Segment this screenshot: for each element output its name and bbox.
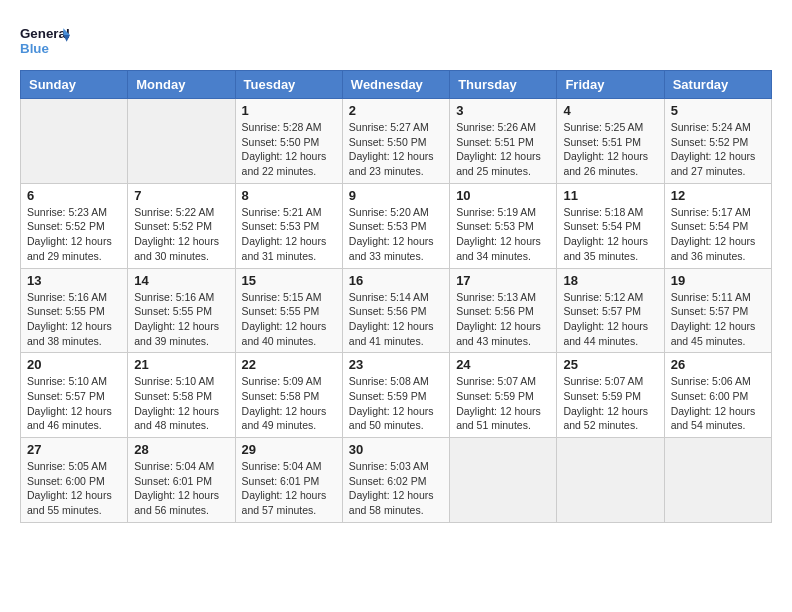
calendar-cell: 14Sunrise: 5:16 AM Sunset: 5:55 PM Dayli…: [128, 268, 235, 353]
weekday-header-friday: Friday: [557, 71, 664, 99]
calendar-cell: 24Sunrise: 5:07 AM Sunset: 5:59 PM Dayli…: [450, 353, 557, 438]
calendar-cell: 13Sunrise: 5:16 AM Sunset: 5:55 PM Dayli…: [21, 268, 128, 353]
day-info: Sunrise: 5:28 AM Sunset: 5:50 PM Dayligh…: [242, 120, 336, 179]
day-number: 20: [27, 357, 121, 372]
svg-text:Blue: Blue: [20, 41, 49, 56]
day-info: Sunrise: 5:15 AM Sunset: 5:55 PM Dayligh…: [242, 290, 336, 349]
day-number: 14: [134, 273, 228, 288]
weekday-header-saturday: Saturday: [664, 71, 771, 99]
day-info: Sunrise: 5:22 AM Sunset: 5:52 PM Dayligh…: [134, 205, 228, 264]
day-number: 4: [563, 103, 657, 118]
page-header: General Blue: [20, 20, 772, 60]
day-info: Sunrise: 5:10 AM Sunset: 5:58 PM Dayligh…: [134, 374, 228, 433]
calendar-cell: 5Sunrise: 5:24 AM Sunset: 5:52 PM Daylig…: [664, 99, 771, 184]
weekday-header-thursday: Thursday: [450, 71, 557, 99]
day-number: 5: [671, 103, 765, 118]
calendar-table: SundayMondayTuesdayWednesdayThursdayFrid…: [20, 70, 772, 523]
calendar-cell: 7Sunrise: 5:22 AM Sunset: 5:52 PM Daylig…: [128, 183, 235, 268]
day-number: 1: [242, 103, 336, 118]
day-number: 6: [27, 188, 121, 203]
calendar-cell: 20Sunrise: 5:10 AM Sunset: 5:57 PM Dayli…: [21, 353, 128, 438]
calendar-cell: 19Sunrise: 5:11 AM Sunset: 5:57 PM Dayli…: [664, 268, 771, 353]
calendar-cell: 9Sunrise: 5:20 AM Sunset: 5:53 PM Daylig…: [342, 183, 449, 268]
calendar-week-5: 27Sunrise: 5:05 AM Sunset: 6:00 PM Dayli…: [21, 438, 772, 523]
calendar-week-4: 20Sunrise: 5:10 AM Sunset: 5:57 PM Dayli…: [21, 353, 772, 438]
day-number: 28: [134, 442, 228, 457]
day-info: Sunrise: 5:08 AM Sunset: 5:59 PM Dayligh…: [349, 374, 443, 433]
logo-icon: General Blue: [20, 20, 70, 60]
calendar-cell: 17Sunrise: 5:13 AM Sunset: 5:56 PM Dayli…: [450, 268, 557, 353]
calendar-cell: [21, 99, 128, 184]
day-info: Sunrise: 5:07 AM Sunset: 5:59 PM Dayligh…: [563, 374, 657, 433]
day-number: 26: [671, 357, 765, 372]
day-number: 7: [134, 188, 228, 203]
day-info: Sunrise: 5:17 AM Sunset: 5:54 PM Dayligh…: [671, 205, 765, 264]
day-info: Sunrise: 5:20 AM Sunset: 5:53 PM Dayligh…: [349, 205, 443, 264]
calendar-cell: 3Sunrise: 5:26 AM Sunset: 5:51 PM Daylig…: [450, 99, 557, 184]
calendar-cell: [128, 99, 235, 184]
day-number: 17: [456, 273, 550, 288]
day-info: Sunrise: 5:16 AM Sunset: 5:55 PM Dayligh…: [27, 290, 121, 349]
day-number: 15: [242, 273, 336, 288]
svg-text:General: General: [20, 26, 70, 41]
calendar-week-1: 1Sunrise: 5:28 AM Sunset: 5:50 PM Daylig…: [21, 99, 772, 184]
day-info: Sunrise: 5:14 AM Sunset: 5:56 PM Dayligh…: [349, 290, 443, 349]
calendar-cell: 6Sunrise: 5:23 AM Sunset: 5:52 PM Daylig…: [21, 183, 128, 268]
day-number: 10: [456, 188, 550, 203]
calendar-cell: 4Sunrise: 5:25 AM Sunset: 5:51 PM Daylig…: [557, 99, 664, 184]
calendar-cell: 25Sunrise: 5:07 AM Sunset: 5:59 PM Dayli…: [557, 353, 664, 438]
calendar-cell: 15Sunrise: 5:15 AM Sunset: 5:55 PM Dayli…: [235, 268, 342, 353]
logo: General Blue: [20, 20, 70, 60]
calendar-cell: 18Sunrise: 5:12 AM Sunset: 5:57 PM Dayli…: [557, 268, 664, 353]
weekday-header-monday: Monday: [128, 71, 235, 99]
day-info: Sunrise: 5:12 AM Sunset: 5:57 PM Dayligh…: [563, 290, 657, 349]
calendar-cell: 29Sunrise: 5:04 AM Sunset: 6:01 PM Dayli…: [235, 438, 342, 523]
calendar-cell: 22Sunrise: 5:09 AM Sunset: 5:58 PM Dayli…: [235, 353, 342, 438]
day-number: 3: [456, 103, 550, 118]
day-info: Sunrise: 5:23 AM Sunset: 5:52 PM Dayligh…: [27, 205, 121, 264]
calendar-cell: 30Sunrise: 5:03 AM Sunset: 6:02 PM Dayli…: [342, 438, 449, 523]
weekday-header-row: SundayMondayTuesdayWednesdayThursdayFrid…: [21, 71, 772, 99]
day-number: 24: [456, 357, 550, 372]
day-number: 21: [134, 357, 228, 372]
calendar-cell: 28Sunrise: 5:04 AM Sunset: 6:01 PM Dayli…: [128, 438, 235, 523]
day-info: Sunrise: 5:19 AM Sunset: 5:53 PM Dayligh…: [456, 205, 550, 264]
calendar-cell: 21Sunrise: 5:10 AM Sunset: 5:58 PM Dayli…: [128, 353, 235, 438]
day-info: Sunrise: 5:26 AM Sunset: 5:51 PM Dayligh…: [456, 120, 550, 179]
day-number: 23: [349, 357, 443, 372]
calendar-cell: 1Sunrise: 5:28 AM Sunset: 5:50 PM Daylig…: [235, 99, 342, 184]
day-info: Sunrise: 5:27 AM Sunset: 5:50 PM Dayligh…: [349, 120, 443, 179]
day-number: 9: [349, 188, 443, 203]
day-number: 2: [349, 103, 443, 118]
weekday-header-wednesday: Wednesday: [342, 71, 449, 99]
weekday-header-sunday: Sunday: [21, 71, 128, 99]
calendar-cell: [450, 438, 557, 523]
day-info: Sunrise: 5:04 AM Sunset: 6:01 PM Dayligh…: [242, 459, 336, 518]
day-number: 12: [671, 188, 765, 203]
calendar-cell: 27Sunrise: 5:05 AM Sunset: 6:00 PM Dayli…: [21, 438, 128, 523]
day-info: Sunrise: 5:18 AM Sunset: 5:54 PM Dayligh…: [563, 205, 657, 264]
calendar-week-3: 13Sunrise: 5:16 AM Sunset: 5:55 PM Dayli…: [21, 268, 772, 353]
calendar-cell: 2Sunrise: 5:27 AM Sunset: 5:50 PM Daylig…: [342, 99, 449, 184]
day-info: Sunrise: 5:16 AM Sunset: 5:55 PM Dayligh…: [134, 290, 228, 349]
day-info: Sunrise: 5:03 AM Sunset: 6:02 PM Dayligh…: [349, 459, 443, 518]
calendar-week-2: 6Sunrise: 5:23 AM Sunset: 5:52 PM Daylig…: [21, 183, 772, 268]
day-number: 22: [242, 357, 336, 372]
day-number: 18: [563, 273, 657, 288]
day-info: Sunrise: 5:09 AM Sunset: 5:58 PM Dayligh…: [242, 374, 336, 433]
calendar-cell: 12Sunrise: 5:17 AM Sunset: 5:54 PM Dayli…: [664, 183, 771, 268]
calendar-cell: [664, 438, 771, 523]
day-number: 27: [27, 442, 121, 457]
calendar-cell: [557, 438, 664, 523]
day-info: Sunrise: 5:21 AM Sunset: 5:53 PM Dayligh…: [242, 205, 336, 264]
day-info: Sunrise: 5:06 AM Sunset: 6:00 PM Dayligh…: [671, 374, 765, 433]
day-number: 13: [27, 273, 121, 288]
day-number: 29: [242, 442, 336, 457]
day-number: 30: [349, 442, 443, 457]
calendar-cell: 8Sunrise: 5:21 AM Sunset: 5:53 PM Daylig…: [235, 183, 342, 268]
day-info: Sunrise: 5:04 AM Sunset: 6:01 PM Dayligh…: [134, 459, 228, 518]
day-info: Sunrise: 5:24 AM Sunset: 5:52 PM Dayligh…: [671, 120, 765, 179]
calendar-cell: 23Sunrise: 5:08 AM Sunset: 5:59 PM Dayli…: [342, 353, 449, 438]
calendar-cell: 26Sunrise: 5:06 AM Sunset: 6:00 PM Dayli…: [664, 353, 771, 438]
day-number: 25: [563, 357, 657, 372]
